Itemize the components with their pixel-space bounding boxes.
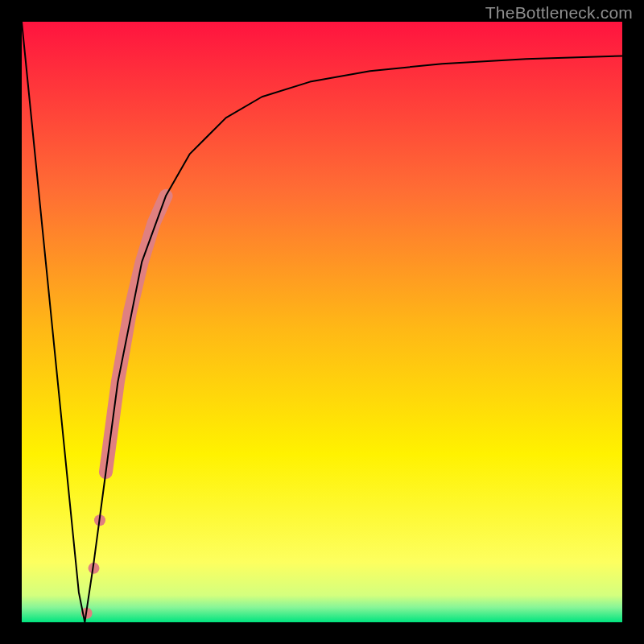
- chart-svg: [22, 22, 622, 622]
- gradient-background: [22, 22, 622, 622]
- chart-frame: TheBottleneck.com: [0, 0, 644, 644]
- plot-area: [22, 22, 622, 622]
- watermark-text: TheBottleneck.com: [485, 3, 633, 23]
